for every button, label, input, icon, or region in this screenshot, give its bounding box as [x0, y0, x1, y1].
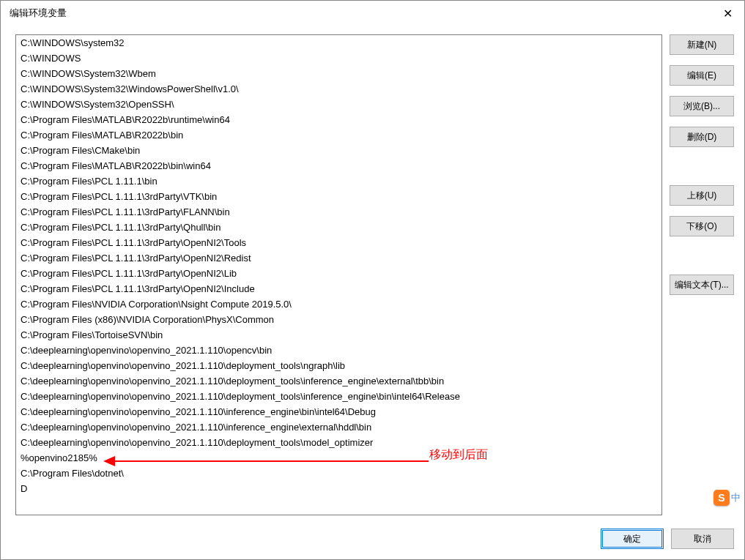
list-item[interactable]: C:\Program Files\PCL 1.11.1\3rdParty\VTK… — [16, 189, 661, 204]
browse-button[interactable]: 浏览(B)... — [670, 96, 734, 116]
list-item[interactable]: C:\Program Files\PCL 1.11.1\3rdParty\FLA… — [16, 204, 661, 220]
list-item[interactable]: C:\WINDOWS\System32\Wbem — [16, 66, 661, 81]
move-down-button[interactable]: 下移(O) — [670, 216, 734, 236]
list-item[interactable]: D — [16, 481, 661, 496]
list-item[interactable]: C:\Program Files\TortoiseSVN\bin — [16, 327, 661, 343]
cancel-button[interactable]: 取消 — [671, 529, 734, 549]
list-item[interactable]: C:\WINDOWS\System32\WindowsPowerShell\v1… — [16, 81, 661, 97]
list-item[interactable]: C:\deeplearning\openvino\openvino_2021.1… — [16, 404, 661, 419]
list-item[interactable]: C:\Program Files\dotnet\ — [16, 466, 661, 481]
action-sidebar: 新建(N) 编辑(E) 浏览(B)... 删除(D) 上移(U) 下移(O) 编… — [670, 34, 734, 295]
ok-button[interactable]: 确定 — [601, 529, 664, 549]
list-item[interactable]: %openvino2185% — [16, 450, 661, 466]
list-item[interactable]: C:\Program Files\PCL 1.11.1\bin — [16, 173, 661, 189]
close-icon[interactable]: ✕ — [716, 2, 738, 24]
window-title: 编辑环境变量 — [10, 7, 67, 20]
list-item[interactable]: C:\Program Files\PCL 1.11.1\3rdParty\Ope… — [16, 281, 661, 296]
ime-mode: 中 — [731, 491, 741, 504]
delete-button[interactable]: 删除(D) — [670, 127, 734, 147]
list-item[interactable]: C:\Program Files\MATLAB\R2022b\bin\win64 — [16, 158, 661, 173]
sogou-icon: S — [714, 490, 730, 506]
list-item[interactable]: C:\deeplearning\openvino\openvino_2021.1… — [16, 343, 661, 358]
dialog-footer: 确定 取消 — [601, 529, 734, 549]
path-listbox[interactable]: C:\WINDOWS\system32C:\WINDOWSC:\WINDOWS\… — [15, 34, 662, 515]
list-item[interactable]: C:\Program Files (x86)\NVIDIA Corporatio… — [16, 312, 661, 327]
list-item[interactable]: C:\deeplearning\openvino\openvino_2021.1… — [16, 435, 661, 450]
list-item[interactable]: C:\Program Files\NVIDIA Corporation\Nsig… — [16, 296, 661, 312]
move-up-button[interactable]: 上移(U) — [670, 185, 734, 206]
list-item[interactable]: C:\WINDOWS\system32 — [16, 35, 661, 51]
list-item[interactable]: C:\deeplearning\openvino\openvino_2021.1… — [16, 389, 661, 404]
list-item[interactable]: C:\deeplearning\openvino\openvino_2021.1… — [16, 419, 661, 435]
list-item[interactable]: C:\Program Files\CMake\bin — [16, 143, 661, 158]
list-item[interactable]: C:\deeplearning\openvino\openvino_2021.1… — [16, 358, 661, 373]
edit-text-button[interactable]: 编辑文本(T)... — [670, 275, 734, 295]
list-item[interactable]: C:\Program Files\MATLAB\R2022b\bin — [16, 127, 661, 143]
list-item[interactable]: C:\deeplearning\openvino\openvino_2021.1… — [16, 373, 661, 389]
list-item[interactable]: C:\WINDOWS\System32\OpenSSH\ — [16, 97, 661, 112]
edit-button[interactable]: 编辑(E) — [670, 65, 734, 86]
list-item[interactable]: C:\Program Files\PCL 1.11.1\3rdParty\Ope… — [16, 266, 661, 281]
list-item[interactable]: C:\Program Files\PCL 1.11.1\3rdParty\Ope… — [16, 235, 661, 250]
list-item[interactable]: C:\WINDOWS — [16, 51, 661, 66]
ime-indicator[interactable]: S 中 — [714, 488, 744, 508]
list-item[interactable]: C:\Program Files\PCL 1.11.1\3rdParty\Ope… — [16, 250, 661, 266]
new-button[interactable]: 新建(N) — [670, 34, 734, 55]
list-item[interactable]: C:\Program Files\MATLAB\R2022b\runtime\w… — [16, 112, 661, 127]
list-item[interactable]: C:\Program Files\PCL 1.11.1\3rdParty\Qhu… — [16, 220, 661, 235]
